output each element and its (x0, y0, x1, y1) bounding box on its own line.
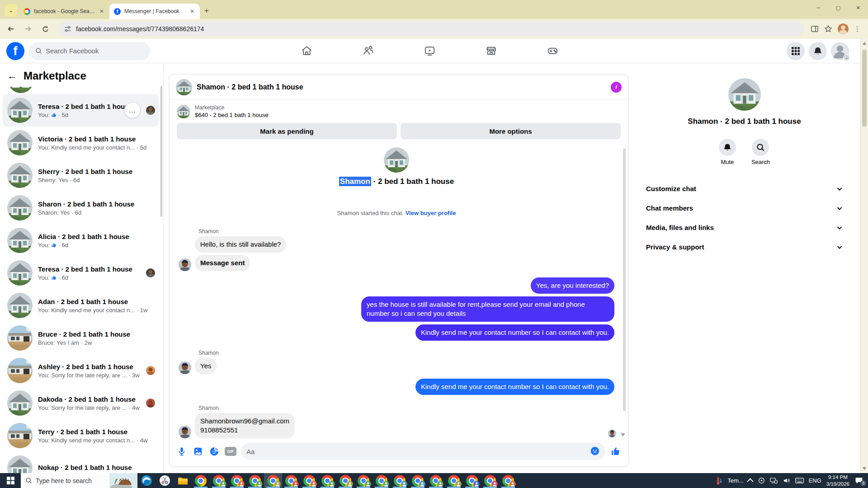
network-icon[interactable] (770, 477, 778, 484)
conversation-item[interactable]: Victoria · 2 bed 1 bath 1 houseYou: Kind… (3, 127, 159, 159)
view-buyer-profile-link[interactable]: View buyer profile (406, 210, 456, 216)
sidebar-scrollbar[interactable] (160, 86, 162, 217)
conversation-item[interactable]: Ashley · 2 bed 1 bath 1 houseYou: Sorry … (3, 354, 159, 387)
thumbs-up-icon[interactable] (610, 446, 622, 457)
message-scroll-area[interactable]: Shamon · 2 bed 1 bath 1 house Shamon sta… (170, 145, 628, 440)
side-panel-icon[interactable] (811, 25, 819, 33)
more-options-button[interactable]: More options (401, 123, 621, 139)
facebook-search-input[interactable]: Search Facebook (29, 42, 150, 60)
tray-app-icon[interactable] (758, 477, 765, 484)
taskbar-chrome-profile-icon[interactable] (336, 473, 354, 488)
taskbar-chrome-profile-icon[interactable] (210, 473, 228, 488)
message-bubble[interactable]: Yes, are you interested? (531, 277, 614, 294)
taskbar-chrome-profile-icon[interactable] (499, 473, 517, 488)
watch-icon[interactable] (420, 39, 439, 63)
account-button[interactable]: ⌄ (831, 42, 849, 60)
message-input[interactable]: Aa (241, 443, 605, 460)
browser-menu-icon[interactable]: ⋮ (854, 25, 861, 33)
tab-search-chevron-icon[interactable]: ⌄ (5, 4, 17, 17)
details-section-chat-members[interactable]: Chat members (640, 198, 849, 218)
message-bubble[interactable]: Shamonbrown96@gmail.com 9108852551 (195, 413, 295, 438)
facebook-logo[interactable]: f (6, 42, 24, 60)
bookmark-star-icon[interactable] (824, 25, 832, 33)
friends-icon[interactable] (358, 39, 378, 63)
taskbar-snipping-tool-icon[interactable] (156, 473, 174, 488)
conversation-item[interactable]: Dakoda · 2 bed 1 bath 1 houseYou: Sorry … (3, 387, 159, 419)
taskbar-chrome-profile-icon[interactable] (445, 473, 463, 488)
details-section-privacy-support[interactable]: Privacy & support (640, 237, 849, 257)
language-indicator[interactable]: ENG (809, 477, 821, 484)
taskbar-chrome-profile-icon[interactable] (300, 473, 318, 488)
tab-google-search[interactable]: facebook - Google Search ✕ (19, 4, 109, 19)
browser-profile-avatar[interactable] (838, 23, 849, 34)
back-arrow-icon[interactable]: ← (7, 70, 17, 82)
url-bar[interactable]: facebook.com/messages/t/774398068626174 (58, 22, 804, 37)
chat-title[interactable]: Shamon · 2 bed 1 bath 1 house (197, 83, 303, 91)
search-in-conversation-button[interactable]: Search (751, 139, 770, 165)
temperature-label[interactable]: Tem... (727, 477, 743, 484)
temperature-icon[interactable] (716, 477, 722, 485)
conversation-item[interactable]: Teresa · 2 bed 1 bath 1 houseYou:· 5d… (3, 94, 159, 127)
scrollbar-down-arrow[interactable] (861, 465, 868, 472)
home-icon[interactable] (297, 39, 316, 63)
taskbar-file-explorer-icon[interactable] (174, 473, 192, 488)
scrollbar-thumb[interactable] (862, 50, 867, 127)
maximize-button[interactable]: ▢ (828, 0, 848, 15)
message-bubble[interactable]: Kindly send me your contact number so I … (415, 324, 614, 341)
action-center-button[interactable]: 3 (854, 477, 864, 485)
message-bubble[interactable]: yes the house is still available for ren… (361, 296, 614, 322)
close-button[interactable]: ✕ (848, 0, 868, 15)
start-button[interactable] (0, 473, 21, 488)
attach-image-icon[interactable] (192, 446, 204, 457)
chat-avatar[interactable] (176, 79, 192, 95)
mark-as-pending-button[interactable]: Mark as pending (177, 123, 397, 139)
taskbar-chrome-profile-icon[interactable] (391, 473, 409, 488)
apps-menu-button[interactable] (787, 42, 805, 60)
tab-close-icon[interactable]: ✕ (189, 8, 195, 14)
taskbar-search-input[interactable]: Type here to search (21, 473, 137, 488)
conversation-item[interactable]: Sharon · 2 bed 1 bath 1 houseSharon: Yes… (3, 192, 159, 224)
emoji-icon[interactable] (590, 446, 600, 457)
conversation-item[interactable]: Teresa · 2 bed 1 bath 1 houseYou:· 6d (3, 257, 159, 289)
message-bubble[interactable]: Hello, is this still available? (195, 236, 286, 253)
taskbar-chrome-profile-icon[interactable] (427, 473, 445, 488)
taskbar-chrome-profile-icon[interactable] (246, 473, 264, 488)
sticker-icon[interactable] (208, 446, 220, 457)
hidden-icons-chevron[interactable] (747, 478, 753, 484)
taskbar-chrome-profile-icon[interactable] (373, 473, 391, 488)
marketplace-icon[interactable] (481, 39, 501, 63)
mute-button[interactable]: Mute (719, 139, 736, 165)
scrollbar-up-arrow[interactable] (861, 40, 868, 47)
taskbar-chrome-profile-icon[interactable] (318, 473, 336, 488)
taskbar-chrome-profile-icon[interactable] (409, 473, 427, 488)
conversation-item[interactable]: Bruce · 2 bed 1 bath 1 houseBruce: Yes I… (3, 322, 159, 354)
refresh-icon[interactable] (39, 23, 52, 35)
conversation-info-icon[interactable]: i (611, 82, 622, 93)
volume-icon[interactable] (783, 477, 790, 484)
back-icon[interactable] (5, 23, 17, 35)
conversation-item[interactable]: Terry · 2 bed 1 bath 1 houseYou: Kindly … (3, 419, 159, 452)
touch-keyboard-icon[interactable] (795, 478, 804, 483)
taskbar-chrome-profile-icon[interactable] (354, 473, 373, 488)
gaming-icon[interactable] (542, 39, 562, 63)
conversation-menu-icon[interactable]: … (124, 102, 141, 118)
voice-clip-icon[interactable] (176, 446, 188, 457)
conversation-item[interactable]: Sherry · 2 bed 1 bath 1 houseSherry: Yes… (3, 159, 159, 192)
page-scrollbar[interactable] (860, 39, 868, 473)
taskbar-chrome-profile-icon[interactable] (228, 473, 246, 488)
search-highlight-art[interactable] (109, 473, 137, 488)
taskbar-edge-icon[interactable] (137, 473, 156, 488)
new-tab-button[interactable]: + (204, 6, 209, 15)
taskbar-chrome-profile-icon[interactable] (264, 473, 282, 488)
message-bubble[interactable]: Kindly send me your contact number so I … (415, 379, 614, 395)
scroll-down-arrow-icon[interactable] (621, 433, 625, 436)
notifications-button[interactable] (809, 42, 827, 60)
site-settings-icon[interactable] (64, 25, 71, 33)
message-bubble[interactable]: Yes (195, 358, 217, 374)
taskbar-chrome-icon[interactable] (192, 473, 210, 488)
details-section-media-files-and-links[interactable]: Media, files and links (640, 218, 849, 237)
minimize-button[interactable]: ─ (808, 0, 828, 15)
conversation-item[interactable]: Nokap · 2 bed 1 bath 1 house (3, 452, 159, 473)
clock[interactable]: 9:14 PM 3/19/2026 (826, 474, 849, 487)
conversation-item[interactable]: Alicia · 2 bed 1 bath 1 houseYou:· 6d (3, 224, 159, 257)
